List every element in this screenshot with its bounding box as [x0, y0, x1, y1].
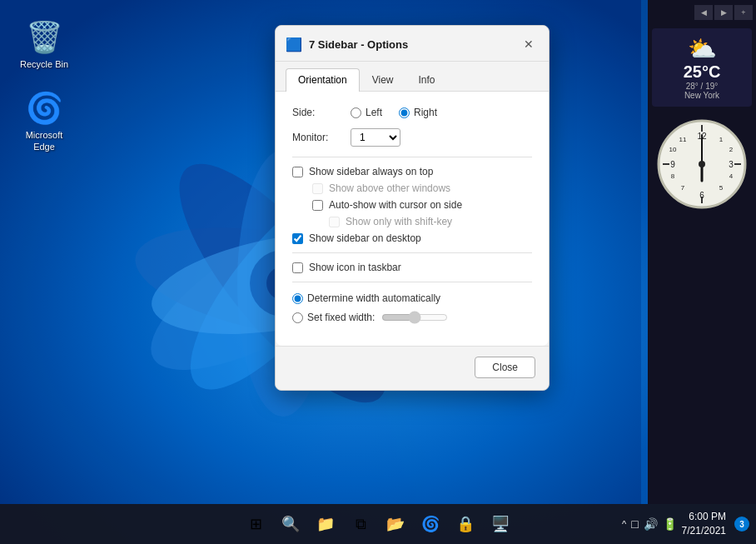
width-slider[interactable]: [381, 311, 448, 324]
svg-text:9: 9: [670, 160, 675, 169]
microsoft-edge-icon[interactable]: 🌀 Microsoft Edge: [15, 87, 73, 157]
side-right-radio[interactable]: [399, 107, 410, 118]
fixed-width-label: Set fixed width:: [307, 312, 375, 323]
auto-width-option[interactable]: Determine width automatically: [292, 292, 440, 304]
tab-orientation[interactable]: Orientation: [286, 68, 360, 92]
auto-width-radio[interactable]: [292, 293, 303, 304]
svg-text:5: 5: [719, 184, 724, 192]
side-right-option[interactable]: Right: [399, 107, 437, 118]
desktop: 🗑️ Recycle Bin 🌀 Microsoft Edge 🟦 7 Side…: [0, 0, 756, 544]
width-section: Determine width automatically Set fixed …: [292, 292, 532, 324]
side-radio-group: Left Right: [351, 107, 437, 118]
svg-text:8: 8: [671, 172, 675, 180]
monitor-label: Monitor:: [292, 132, 351, 143]
weather-temp: 25°C: [659, 62, 745, 82]
auto-show-label: Auto-show with cursor on side: [329, 199, 462, 211]
weather-icon: ⛅: [659, 35, 745, 62]
edge-label: Microsoft Edge: [18, 129, 70, 153]
taskbar-security-button[interactable]: 🔒: [449, 507, 482, 541]
dialog-close-button[interactable]: ✕: [519, 34, 539, 54]
svg-text:4: 4: [729, 172, 734, 180]
taskbar-taskview-button[interactable]: ⧉: [344, 507, 377, 541]
taskbar-folder-button[interactable]: 📂: [379, 507, 412, 541]
taskbar-search-button[interactable]: 🔍: [274, 507, 307, 541]
weather-city: New York: [659, 91, 745, 100]
show-desktop-checkbox[interactable]: Show sidebar on desktop: [292, 232, 532, 244]
taskbar-center-icons: ⊞ 🔍 📁 ⧉ 📂 🌀 🔒 🖥️: [239, 507, 517, 541]
show-icon-checkbox[interactable]: Show icon in taskbar: [292, 262, 532, 273]
always-on-top-label: Show sidebar always on top: [309, 166, 433, 177]
panel-add-button[interactable]: +: [734, 5, 753, 20]
right-sidebar-panel: ◀ ▶ + ⛅ 25°C 28° / 19° New York 12 6 9 3…: [648, 0, 756, 504]
taskbar-start-button[interactable]: ⊞: [239, 507, 272, 541]
shift-key-label: Show only with shift-key: [346, 216, 452, 227]
weather-widget: ⛅ 25°C 28° / 19° New York: [652, 28, 752, 107]
svg-text:10: 10: [669, 146, 677, 153]
svg-text:6: 6: [699, 191, 704, 200]
close-button[interactable]: Close: [475, 357, 535, 378]
checkbox-section: Show sidebar always on top Show above ot…: [292, 166, 532, 244]
monitor-row: Monitor: 1 2: [292, 128, 532, 147]
panel-prev-button[interactable]: ◀: [694, 5, 713, 20]
recycle-bin-image: 🗑️: [26, 20, 63, 55]
auto-width-label: Determine width automatically: [307, 292, 440, 304]
tray-volume[interactable]: 🔊: [644, 517, 658, 531]
side-row: Side: Left Right: [292, 107, 532, 118]
panel-next-button[interactable]: ▶: [714, 5, 733, 20]
fixed-width-row: Set fixed width:: [292, 311, 532, 324]
dialog-app-icon: 🟦: [286, 37, 302, 52]
tab-view[interactable]: View: [360, 68, 406, 91]
section-divider-3: [292, 282, 532, 282]
always-on-top-checkbox[interactable]: Show sidebar always on top: [292, 166, 532, 177]
section-divider-2: [292, 252, 532, 253]
show-above-checkbox[interactable]: Show above other windows: [292, 182, 532, 194]
clock-face: 12 6 9 3 1 2 4 5 11 10 8 7: [656, 118, 748, 210]
svg-point-28: [699, 161, 705, 167]
tray-network[interactable]: □: [631, 517, 638, 531]
taskbar-date-value: 7/21/2021: [682, 524, 726, 538]
taskbar-display-button[interactable]: 🖥️: [484, 507, 517, 541]
side-left-option[interactable]: Left: [351, 107, 382, 118]
show-icon-label: Show icon in taskbar: [309, 262, 401, 273]
show-desktop-label: Show sidebar on desktop: [309, 232, 421, 244]
auto-show-checkbox[interactable]: Auto-show with cursor on side: [292, 199, 532, 211]
clock-widget: 12 6 9 3 1 2 4 5 11 10 8 7: [656, 118, 748, 213]
taskbar: ⊞ 🔍 📁 ⧉ 📂 🌀 🔒 🖥️ ^ □ 🔊 🔋 6:00 PM: [0, 504, 756, 544]
section-divider-1: [292, 157, 532, 157]
taskbar-system-tray: ^ □ 🔊 🔋 6:00 PM 7/21/2021 3: [622, 510, 756, 538]
taskbar-time-value: 6:00 PM: [682, 510, 726, 524]
tray-battery[interactable]: 🔋: [663, 517, 677, 531]
dialog-footer: Close: [276, 346, 549, 390]
side-label: Side:: [292, 107, 351, 118]
auto-width-row: Determine width automatically: [292, 292, 532, 304]
shift-key-input: [329, 217, 340, 227]
tab-info[interactable]: Info: [406, 68, 448, 91]
fixed-width-option[interactable]: Set fixed width:: [292, 312, 375, 323]
shift-key-checkbox[interactable]: Show only with shift-key: [292, 216, 532, 227]
dialog-title: 7 Sidebar - Options: [309, 38, 519, 51]
recycle-bin-label: Recycle Bin: [20, 58, 68, 70]
svg-text:3: 3: [729, 160, 734, 169]
taskbar-explorer-button[interactable]: 📁: [309, 507, 342, 541]
show-above-input: [312, 183, 323, 194]
auto-show-input[interactable]: [312, 200, 323, 211]
dialog-tabs: Orientation View Info: [276, 62, 549, 92]
taskbar-edge-button[interactable]: 🌀: [414, 507, 447, 541]
show-icon-input[interactable]: [292, 262, 303, 273]
always-on-top-input[interactable]: [292, 167, 303, 177]
tray-chevron[interactable]: ^: [622, 519, 626, 529]
weather-range: 28° / 19°: [659, 82, 745, 91]
fixed-width-radio[interactable]: [292, 312, 303, 323]
recycle-bin-icon[interactable]: 🗑️ Recycle Bin: [15, 17, 73, 73]
monitor-select[interactable]: 1 2: [351, 128, 400, 147]
svg-text:1: 1: [719, 136, 724, 143]
side-left-label: Left: [366, 107, 382, 118]
show-desktop-input[interactable]: [292, 233, 303, 244]
taskbar-clock[interactable]: 6:00 PM 7/21/2021: [682, 510, 726, 538]
side-left-radio[interactable]: [351, 107, 361, 118]
options-dialog: 🟦 7 Sidebar - Options ✕ Orientation View…: [275, 25, 550, 391]
edge-image: 🌀: [26, 91, 63, 126]
panel-arrows: ◀ ▶ +: [694, 5, 756, 20]
notification-badge[interactable]: 3: [734, 517, 749, 532]
show-above-label: Show above other windows: [329, 182, 450, 194]
